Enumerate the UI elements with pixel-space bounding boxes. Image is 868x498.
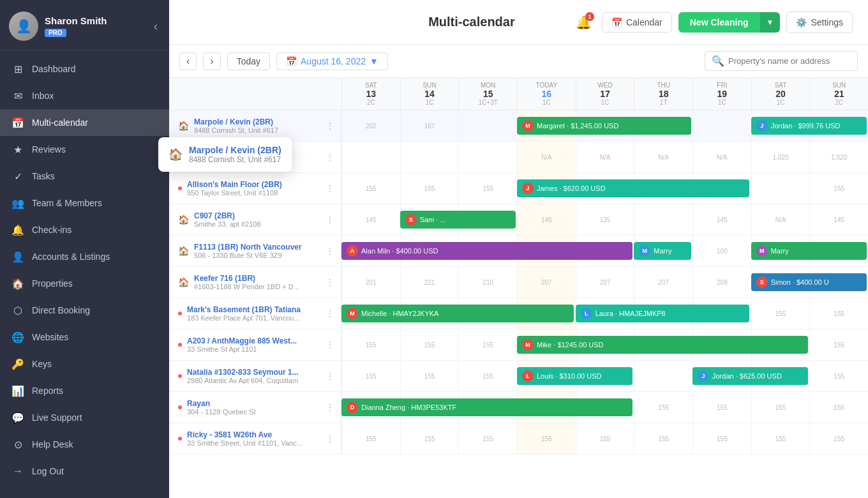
sidebar-collapse-button[interactable]: ‹ xyxy=(151,17,160,36)
notifications-button[interactable]: 🔔 1 xyxy=(572,11,595,34)
day-cell[interactable]: 201 xyxy=(341,267,400,298)
sidebar-item-keys[interactable]: 🔑 Keys xyxy=(0,351,169,377)
day-cell[interactable]: 155 xyxy=(692,423,751,454)
day-cell[interactable]: 145 xyxy=(692,204,751,235)
day-cell[interactable] xyxy=(341,142,400,172)
prev-button[interactable]: ‹ xyxy=(179,52,197,70)
day-cell[interactable]: 155 xyxy=(400,329,459,360)
day-cell[interactable] xyxy=(751,173,810,204)
day-cell[interactable]: 155 xyxy=(809,173,868,204)
booking-bar[interactable]: J Jordan · $625.00 USD xyxy=(692,367,808,385)
sidebar-item-accounts[interactable]: 👤 Accounts & Listings xyxy=(0,243,169,270)
settings-button[interactable]: ⚙️ Settings xyxy=(786,11,853,33)
day-cell[interactable]: 155 xyxy=(809,329,868,360)
property-options-button[interactable]: ⋮ xyxy=(326,308,334,319)
property-options-button[interactable]: ⋮ xyxy=(326,277,334,287)
property-cell-marpole[interactable]: 🏠 Marpole / Kevin (2BR) 8488 Cornish St,… xyxy=(169,110,341,141)
property-cell-a203[interactable]: A203 / AnthMaggie 885 West... 33 Smithe … xyxy=(169,329,341,360)
day-cell[interactable]: 155 xyxy=(458,423,517,454)
booking-bar[interactable]: M Margaret · $1,245.00 USD xyxy=(517,117,691,135)
sidebar-item-websites[interactable]: 🌐 Websites xyxy=(0,324,169,351)
day-cell[interactable]: 155 xyxy=(809,423,868,454)
day-cell[interactable]: 202 xyxy=(341,110,400,141)
sidebar-item-direct-booking[interactable]: ⬡ Direct Booking xyxy=(0,297,169,324)
day-cell[interactable] xyxy=(634,204,692,235)
property-cell-f1113[interactable]: 🏠 F1113 (1BR) North Vancouver 506 - 1330… xyxy=(169,236,341,266)
day-cell[interactable]: 207 xyxy=(576,267,634,298)
day-cell[interactable]: 155 xyxy=(400,361,459,391)
property-cell-ricky[interactable]: Ricky - 3581 W26th Ave 33 Smithe Street,… xyxy=(169,423,341,454)
sidebar-item-checkins[interactable]: 🔔 Check-ins xyxy=(0,216,169,243)
new-cleaning-dropdown-button[interactable]: ▼ xyxy=(760,12,781,33)
sidebar-item-multi-calendar[interactable]: 📅 Multi-calendar xyxy=(0,109,169,136)
booking-bar[interactable]: J James · $620.00 USD xyxy=(517,179,749,197)
new-cleaning-button[interactable]: New Cleaning xyxy=(678,12,760,33)
sidebar-item-team[interactable]: 👥 Team & Members xyxy=(0,190,169,216)
booking-bar[interactable]: A Alan Miln · $400.00 USD xyxy=(341,242,632,260)
day-cell[interactable]: 145 xyxy=(809,204,868,235)
booking-bar[interactable]: S Sam · ... xyxy=(400,211,516,229)
booking-bar[interactable]: M Marry xyxy=(634,242,691,260)
day-cell[interactable]: 207 xyxy=(517,267,576,298)
property-options-button[interactable]: ⋮ xyxy=(326,371,334,381)
day-cell[interactable]: 221 xyxy=(400,267,459,298)
day-cell[interactable]: 135 xyxy=(576,204,634,235)
day-cell[interactable]: 155 xyxy=(517,423,576,454)
sidebar-item-helpdesk[interactable]: ⊙ Help Desk xyxy=(0,431,169,458)
property-options-button[interactable]: ⋮ xyxy=(326,402,334,412)
day-cell[interactable] xyxy=(458,142,517,172)
day-cell[interactable] xyxy=(400,142,459,172)
day-cell[interactable]: 155 xyxy=(751,423,810,454)
day-cell[interactable]: 155 xyxy=(341,361,400,391)
property-options-button[interactable]: ⋮ xyxy=(326,152,334,162)
day-cell[interactable]: 1,020 xyxy=(809,142,868,172)
next-button[interactable]: › xyxy=(203,52,220,70)
property-cell-natalia[interactable]: Natalia #1302-833 Seymour 1... 2980 Atla… xyxy=(169,361,341,391)
day-cell[interactable] xyxy=(458,110,517,141)
day-cell[interactable]: N/A xyxy=(634,142,692,172)
day-cell[interactable]: 155 xyxy=(576,423,634,454)
day-cell[interactable]: 155 xyxy=(751,298,810,329)
day-cell[interactable]: 155 xyxy=(809,392,868,423)
sidebar-item-dashboard[interactable]: ⊞ Dashboard xyxy=(0,56,169,82)
property-cell-marks-basement[interactable]: Mark's Basement (1BR) Tatiana 183 Keefer… xyxy=(169,298,341,329)
day-cell[interactable]: N/A xyxy=(576,142,634,172)
day-cell[interactable]: 207 xyxy=(634,267,692,298)
sidebar-item-inbox[interactable]: ✉ Inbox xyxy=(0,82,169,109)
property-options-button[interactable]: ⋮ xyxy=(326,246,334,256)
property-options-button[interactable]: ⋮ xyxy=(326,215,334,225)
day-cell[interactable]: 155 xyxy=(751,392,810,423)
day-cell[interactable]: 209 xyxy=(692,267,751,298)
day-cell[interactable]: 155 xyxy=(458,361,517,391)
day-cell[interactable]: N/A xyxy=(692,142,751,172)
search-input[interactable] xyxy=(728,56,851,66)
property-options-button[interactable]: ⋮ xyxy=(326,121,334,131)
day-cell[interactable]: 155 xyxy=(692,392,751,423)
booking-bar[interactable]: J Jordan · $999.76 USD xyxy=(751,117,867,135)
day-cell[interactable]: 155 xyxy=(400,423,459,454)
day-cell[interactable]: 155 xyxy=(809,298,868,329)
day-cell[interactable]: 1,020 xyxy=(751,142,810,172)
property-options-button[interactable]: ⋮ xyxy=(326,183,334,193)
day-cell[interactable]: 100 xyxy=(692,236,751,266)
property-cell-c907[interactable]: 🏠 C907 (2BR) Smithe 33, apt #2108 ⋮ xyxy=(169,204,341,235)
date-picker-button[interactable]: 📅 August 16, 2022 ▼ xyxy=(276,52,388,70)
booking-bar[interactable]: D Dianna Zheng · HM3PE53KTF xyxy=(341,398,632,416)
sidebar-item-live-support[interactable]: 💬 Live Support xyxy=(0,404,169,431)
booking-bar[interactable]: M Michelle · HMAY2JKYKA xyxy=(341,305,574,322)
day-cell[interactable]: 155 xyxy=(458,329,517,360)
today-button[interactable]: Today xyxy=(227,52,270,70)
booking-bar[interactable]: M Mike · $1245.00 USD xyxy=(517,336,808,354)
booking-bar[interactable]: M Marry xyxy=(751,242,867,260)
property-options-button[interactable]: ⋮ xyxy=(326,340,334,350)
day-cell[interactable]: 155 xyxy=(341,423,400,454)
day-cell[interactable]: 145 xyxy=(517,204,576,235)
day-cell[interactable]: N/A xyxy=(517,142,576,172)
property-cell-keefer716[interactable]: 🏠 Keefer 716 (1BR) #1603-1188 W Pender 1… xyxy=(169,267,341,298)
day-cell[interactable]: 145 xyxy=(341,204,400,235)
booking-bar[interactable]: S Simon · $400.00 U xyxy=(751,273,867,291)
sidebar-item-logout[interactable]: → Log Out xyxy=(0,458,169,485)
day-cell[interactable]: N/A xyxy=(751,204,810,235)
day-cell[interactable]: 155 xyxy=(341,329,400,360)
day-cell[interactable]: 210 xyxy=(458,267,517,298)
